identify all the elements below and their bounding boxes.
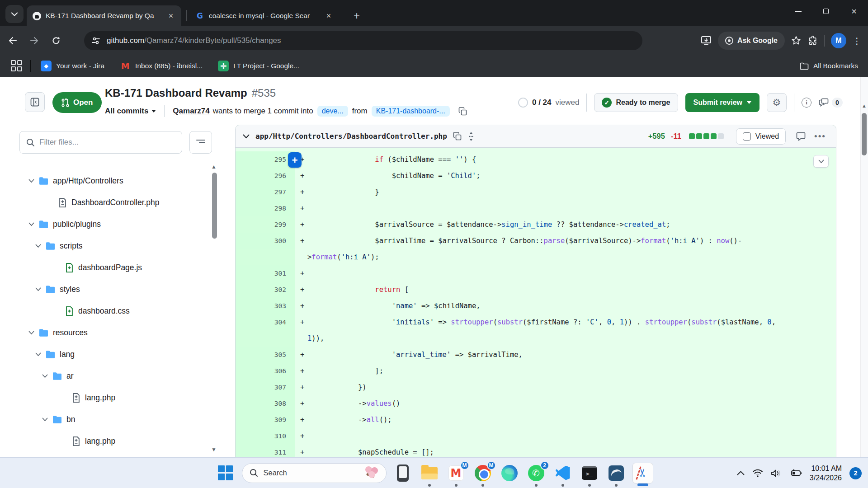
address-bar[interactable]: github.com/Qamarz74/kinderByte/pull/535/… xyxy=(84,31,642,50)
scroll-up-icon[interactable]: ▲ xyxy=(862,103,867,108)
taskbar-app-mysql-workbench[interactable] xyxy=(606,463,627,483)
diff-line-301[interactable]: 301+ xyxy=(236,265,836,282)
all-commits-dropdown[interactable]: All commits xyxy=(105,107,156,116)
profile-avatar[interactable]: M xyxy=(831,33,846,48)
filter-files-field[interactable] xyxy=(19,131,182,154)
info-icon[interactable]: i xyxy=(802,98,811,108)
tree-item-scripts[interactable]: scripts xyxy=(19,235,212,257)
taskbar-app-terminal[interactable]: >_ xyxy=(579,463,600,483)
filter-files-input[interactable] xyxy=(39,138,175,147)
diff-line-303[interactable]: 303+ 'name' => $childName, xyxy=(236,298,836,314)
all-bookmarks-button[interactable]: All Bookmarks xyxy=(800,62,858,70)
close-window-button[interactable]: × xyxy=(840,0,868,23)
diff-line-309[interactable]: 309+ ->all(); xyxy=(236,412,836,428)
collapse-file-button[interactable] xyxy=(813,155,829,168)
close-tab-icon[interactable]: × xyxy=(324,11,334,21)
tree-item-dashboardcontroller-php[interactable]: DashboardController.php xyxy=(19,192,212,213)
diff-line-307[interactable]: 307+ }) xyxy=(236,379,836,395)
maximize-button[interactable] xyxy=(812,0,840,23)
tree-item-lang[interactable]: lang xyxy=(19,343,212,365)
wifi-icon[interactable] xyxy=(752,469,763,477)
taskbar-app-snipping-tool[interactable]: ✂ xyxy=(632,463,653,483)
notification-badge[interactable]: 2 xyxy=(849,467,862,479)
tree-item-dashboardpage-js[interactable]: dashboardPage.js xyxy=(19,257,212,278)
submit-review-button[interactable]: Submit review xyxy=(685,93,760,112)
sidebar-scroll-down-icon[interactable]: ▼ xyxy=(211,446,217,453)
diff-line-295[interactable]: 295+ if ($childName === '') { xyxy=(236,151,836,168)
diff-line-296[interactable]: 296+ $childName = 'Child'; xyxy=(236,168,836,184)
install-app-icon[interactable] xyxy=(701,35,712,46)
settings-button[interactable]: ⚙ xyxy=(767,93,787,112)
clock[interactable]: 10:01 AM 3/24/2026 xyxy=(810,464,842,483)
sidebar-scroll-up-icon[interactable]: ▲ xyxy=(211,164,217,170)
diff-line-302[interactable]: 302+ return [ xyxy=(236,282,836,298)
forward-button[interactable] xyxy=(25,32,43,50)
taskbar-app-start[interactable] xyxy=(215,463,236,483)
chevron-down-icon[interactable] xyxy=(243,134,250,139)
page-scrollbar[interactable]: ▲ xyxy=(860,77,868,457)
head-branch-label[interactable]: KB-171-dashboard-... xyxy=(372,106,450,117)
extensions-icon[interactable] xyxy=(807,36,818,46)
copy-branch-icon[interactable] xyxy=(458,107,467,116)
diff-line-300[interactable]: 300+ $arrivalTime = $arrivalSource ? Car… xyxy=(236,233,836,249)
taskbar-search[interactable]: Search xyxy=(242,463,387,483)
copy-path-icon[interactable] xyxy=(453,132,462,141)
site-info-icon[interactable] xyxy=(91,37,100,45)
tree-item-app-http-controllers[interactable]: app/Http/Controllers xyxy=(19,170,212,192)
diff-line-304[interactable]: 304+ 'initials' => strtoupper(substr($fi… xyxy=(236,314,836,330)
volume-icon[interactable] xyxy=(771,469,782,478)
viewed-checkbox-button[interactable]: Viewed xyxy=(736,128,786,145)
taskbar-app-gmail[interactable]: MM xyxy=(446,463,467,483)
taskbar-app-vscode[interactable] xyxy=(552,463,573,483)
sidebar-scrollbar-thumb[interactable] xyxy=(212,173,217,239)
bookmark-item[interactable]: MInbox (885) - ibneisl... xyxy=(120,61,203,71)
diff-line-308[interactable]: 308+ ->values() xyxy=(236,395,836,412)
taskbar-app-edge[interactable] xyxy=(499,463,520,483)
page-scrollbar-thumb[interactable] xyxy=(862,113,867,155)
diff-line-wrap[interactable]: >format('h:i A'); xyxy=(236,249,836,265)
diff-line-298[interactable]: 298+ xyxy=(236,200,836,216)
tree-item-ar[interactable]: ar xyxy=(19,365,212,387)
comments-toggle[interactable]: 0 xyxy=(819,98,843,108)
tab-github[interactable]: KB-171 Dashboard Revamp by Qa × xyxy=(27,5,181,26)
reload-button[interactable] xyxy=(47,32,65,50)
diff-file-path[interactable]: app/Http/Controllers/DashboardController… xyxy=(255,132,447,141)
battery-icon[interactable] xyxy=(789,469,802,477)
diff-line-wrap[interactable]: 1)), xyxy=(236,330,836,347)
browser-menu-icon[interactable]: ⋮ xyxy=(853,36,862,46)
collapse-sidebar-button[interactable] xyxy=(25,92,45,112)
file-filter-button[interactable] xyxy=(189,131,212,154)
bookmark-item[interactable]: ✛LT Project - Google... xyxy=(218,61,299,71)
diff-line-297[interactable]: 297+ } xyxy=(236,184,836,200)
close-tab-icon[interactable]: × xyxy=(166,11,176,21)
minimize-button[interactable] xyxy=(784,0,812,23)
tree-item-bn[interactable]: bn xyxy=(19,408,212,430)
taskbar-app-chrome[interactable]: M xyxy=(472,463,493,483)
tree-item-styles[interactable]: styles xyxy=(19,278,212,300)
tab-google-search[interactable]: G coalesce in mysql - Google Sear × xyxy=(190,5,339,26)
taskbar-app-phone-link[interactable] xyxy=(392,463,413,483)
bookmark-item[interactable]: ◆Your work - Jira xyxy=(41,61,104,71)
new-tab-button[interactable]: + xyxy=(349,8,364,23)
file-comment-icon[interactable] xyxy=(796,132,806,141)
diff-line-299[interactable]: 299+ $arrivalSource = $attendance->sign_… xyxy=(236,216,836,233)
apps-grid-icon[interactable] xyxy=(11,60,23,72)
bookmark-star-icon[interactable] xyxy=(791,36,801,46)
ready-to-merge-button[interactable]: ✓ Ready to merge xyxy=(594,93,678,112)
diff-line-310[interactable]: 310+ xyxy=(236,428,836,444)
diff-line-306[interactable]: 306+ ]; xyxy=(236,363,836,379)
ask-google-button[interactable]: Ask Google xyxy=(718,32,785,50)
tray-chevron-up-icon[interactable] xyxy=(737,471,745,475)
file-options-icon[interactable]: ••• xyxy=(814,131,826,141)
pr-author-link[interactable]: Qamarz74 xyxy=(173,107,209,116)
base-branch-label[interactable]: deve... xyxy=(317,106,348,117)
tree-item-resources[interactable]: resources xyxy=(19,322,212,343)
tree-item-lang-php[interactable]: lang.php xyxy=(19,430,212,452)
diff-line-305[interactable]: 305+ 'arrival_time' => $arrivalTime, xyxy=(236,347,836,363)
taskbar-app-file-explorer[interactable] xyxy=(419,463,440,483)
tree-item-lang-php[interactable]: lang.php xyxy=(19,387,212,408)
drag-handle-icon[interactable] xyxy=(467,131,475,141)
taskbar-app-whatsapp[interactable]: ✆2 xyxy=(526,463,547,483)
tree-item-dashboard-css[interactable]: dashboard.css xyxy=(19,300,212,322)
tab-search-button[interactable] xyxy=(5,5,24,23)
